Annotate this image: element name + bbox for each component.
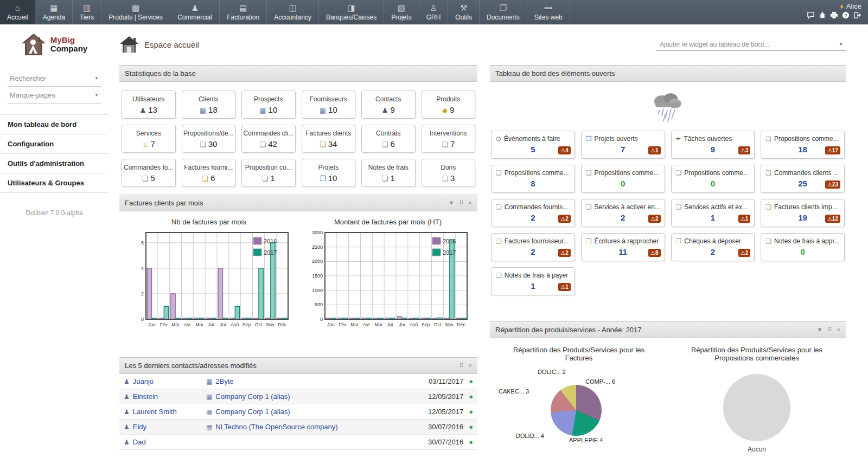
close-icon[interactable]: × [837, 326, 840, 333]
company-logo-icon [21, 33, 46, 56]
stat-box[interactable]: Commandes cli...❏42 [241, 125, 296, 153]
svg-text:0: 0 [141, 317, 143, 322]
open-item-box[interactable]: ❏Factures clients imp...19⚠12 [761, 199, 845, 227]
stat-box[interactable]: Factures fourni...❏6 [182, 159, 236, 187]
move-handle-icon[interactable]: ⠿ [828, 326, 832, 333]
company-link[interactable]: ▦Company Corp 1 (alias) [206, 408, 428, 416]
company-link[interactable]: ▦2Byte [206, 377, 429, 385]
nav-item-facturation[interactable]: ▤Facturation [220, 0, 267, 24]
stat-box[interactable]: Produits◆9 [422, 91, 476, 119]
nav-item-documents[interactable]: ❐Documents [480, 0, 527, 24]
service-icon: ♨ [142, 140, 149, 149]
open-item-box[interactable]: ❐Écritures à rapprocher11⚠8 [581, 233, 665, 261]
late-badge: ⚠1 [648, 146, 661, 154]
nav-item-accountancy[interactable]: ◫Accountancy [267, 0, 319, 24]
nav-item-sites-web[interactable]: ▪▪▪Sites web [527, 0, 570, 24]
stat-box[interactable]: Services♨7 [122, 125, 176, 153]
stat-box[interactable]: Projets❐10 [302, 159, 356, 187]
open-item-box[interactable]: ❐Projets ouverts7⚠1 [581, 131, 665, 159]
nav-item-banques-caisses[interactable]: ◨Banques/Caisses [319, 0, 384, 24]
help-icon[interactable]: ? [842, 11, 850, 19]
open-item-box[interactable]: ✒Tâches ouvertes9⚠3 [671, 131, 755, 159]
stat-box[interactable]: Dons❏3 [422, 159, 476, 187]
move-handle-icon[interactable]: ⠿ [459, 199, 464, 207]
move-handle-icon[interactable]: ⠿ [459, 362, 464, 369]
nav-item-projets[interactable]: ▧Projets [384, 0, 419, 24]
open-item-box[interactable]: ❐Chèques à déposer2⚠2 [671, 233, 755, 261]
svg-text:500: 500 [314, 302, 322, 307]
open-item-box[interactable]: ❏Propositions comme...18⚠17 [761, 131, 845, 159]
stat-box-value: ❏42 [243, 139, 294, 149]
contact-name-link[interactable]: ♟Dad [124, 438, 206, 446]
contact-icon: ♟ [124, 423, 130, 431]
product-icon: ◆ [442, 106, 448, 114]
nav-item-outils[interactable]: ⚒Outils [448, 0, 480, 24]
stat-box[interactable]: Clients▦18 [182, 91, 236, 119]
contact-name: Einstein [133, 392, 158, 401]
open-item-label: Propositions comme... [684, 169, 749, 177]
chat-bubble-icon[interactable] [807, 11, 815, 19]
nav-item-agenda[interactable]: ▦Agenda [36, 0, 73, 24]
modified-date: 30/07/2016 [428, 423, 463, 431]
stat-box[interactable]: Interventions❏7 [422, 125, 476, 153]
filter-icon[interactable]: ▼ [449, 199, 455, 207]
stat-box[interactable]: Notes de frais❏1 [361, 159, 416, 187]
close-icon[interactable]: × [469, 199, 472, 207]
search-select[interactable]: Rechercher▼ [8, 70, 101, 87]
open-item-header: ❏Notes de frais à appr... [761, 234, 844, 246]
logout-icon[interactable] [853, 11, 861, 19]
sidebar-item-utilisateurs-groupes[interactable]: Utilisateurs & Groupes [0, 173, 108, 193]
open-item-box[interactable]: ❏Propositions comme...8 [491, 165, 575, 193]
stat-box[interactable]: Contrats❏6 [361, 125, 416, 153]
filter-icon[interactable]: ▼ [817, 326, 823, 333]
company-link[interactable]: ▦NLTechno (The OpenSource company) [206, 423, 428, 431]
open-item-box[interactable]: ❏Propositions comme...0 [581, 165, 665, 193]
contact-name-link[interactable]: ♟Eldy [124, 423, 206, 431]
stat-box[interactable]: Contacts♟9 [361, 91, 416, 119]
nav-item-produits-services[interactable]: ▩Produits | Services [101, 0, 170, 24]
stat-box[interactable]: Propositions/de...❏30 [182, 125, 236, 153]
nav-item-accueil[interactable]: ⌂Accueil [0, 0, 36, 24]
sidebar-item-configuration[interactable]: Configuration [0, 134, 108, 153]
open-item-box[interactable]: ❏Commandes clients ...25⚠23 [761, 165, 845, 193]
add-widget-dropdown[interactable]: Ajouter le widget au tableau de bord... … [656, 38, 846, 51]
stat-box-label: Services [123, 130, 174, 137]
nav-item-tiers[interactable]: ▥Tiers [73, 0, 101, 24]
stat-box[interactable]: Utilisateurs♟13 [122, 91, 176, 119]
user-menu[interactable]: ♦ Alice [840, 2, 861, 10]
nav-item-label: Accueil [7, 14, 28, 21]
contact-name-link[interactable]: ♟Juanjo [124, 377, 206, 385]
stat-box[interactable]: Factures clients❏34 [302, 125, 356, 153]
company-link[interactable]: ▦Company Corp 1 (alias) [206, 392, 428, 401]
open-item-header: ❏Commandes clients ... [761, 165, 844, 177]
svg-text:Aoû: Aoû [410, 322, 418, 327]
pie-slice-label: APPLEPIE 4 [569, 437, 603, 443]
top-right-area: ♦ Alice ? [800, 0, 868, 24]
close-icon[interactable]: × [469, 362, 472, 369]
svg-text:0: 0 [320, 317, 322, 322]
nav-item-commercial[interactable]: ♟Commercial [170, 0, 220, 24]
contact-name-link[interactable]: ♟Einstein [124, 392, 206, 401]
stat-box[interactable]: Fournisseurs▦10 [302, 91, 356, 119]
open-item-box[interactable]: ❏Propositions comme...0 [671, 165, 755, 193]
bookmarks-select[interactable]: Marque-pages▼ [8, 87, 101, 104]
nav-item-grh[interactable]: ♙GRH [419, 0, 449, 24]
open-item-box[interactable]: ⊙Événements à faire5⚠4 [491, 131, 575, 159]
stat-box[interactable]: Prospects▦10 [241, 91, 296, 119]
open-item-box[interactable]: ❏Services à activer en...2⚠2 [581, 199, 665, 227]
stat-box[interactable]: Proposition co...❏1 [241, 159, 296, 187]
sidebar-item-mon-tableau-de-bord[interactable]: Mon tableau de bord [0, 114, 108, 134]
home-icon: ⌂ [15, 3, 20, 14]
bug-icon[interactable] [819, 11, 826, 19]
print-icon[interactable] [830, 11, 838, 19]
open-item-box[interactable]: ❏Factures fournisseur...2⚠2 [491, 233, 575, 261]
open-item-box[interactable]: ❏Commandes fournis...2⚠2 [491, 199, 575, 227]
sidebar-item-outils-d-administration[interactable]: Outils d'administration [0, 153, 108, 173]
open-item-box[interactable]: ❏Notes de frais à appr...0 [761, 233, 845, 261]
open-item-box[interactable]: ❏Services actifs et ex...1⚠1 [671, 199, 755, 227]
stat-box-label: Proposition co... [243, 164, 294, 171]
contact-name-link[interactable]: ♟Laurent Smith [124, 408, 206, 416]
svg-text:Mar: Mar [171, 322, 180, 327]
open-item-box[interactable]: ❏Notes de frais à payer1⚠1 [491, 267, 575, 295]
stat-box[interactable]: Commandes fo...❏5 [122, 159, 176, 187]
